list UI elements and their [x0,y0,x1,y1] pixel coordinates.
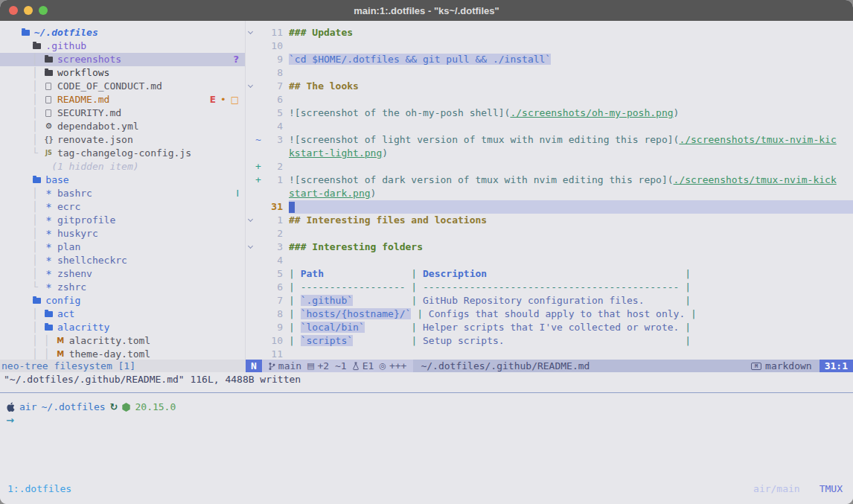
indent-guide: │ │ [0,334,56,348]
editor-line[interactable]: 4 [246,254,853,267]
editor-line[interactable]: 8 [246,66,853,80]
tree-item[interactable]: │ CODE_OF_CONDUCT.md [0,80,245,93]
tree-item[interactable]: .github [0,39,245,53]
diff-sign [255,187,262,200]
indent-guide: │ [0,200,44,214]
editor-line[interactable]: 5![screenshot of the oh-my-posh shell](.… [246,106,853,120]
tree-item[interactable]: base [0,173,245,187]
editor-line[interactable]: 1## Interesting files and locations [246,214,853,227]
asterisk-icon: * [44,240,54,254]
editor-line[interactable]: 9| `local/bin` | Helper scripts that I'v… [246,321,853,334]
zoom-button[interactable] [39,6,48,15]
tree-item[interactable]: │ workflows [0,66,245,80]
editor-line[interactable]: 8| `hosts/{hostname}/` | Configs that sh… [246,307,853,321]
editor-pane[interactable]: 11### Updates109`cd $HOME/.dotfiles && g… [246,21,853,360]
tree-item[interactable]: │ ⚙dependabot.yml [0,120,245,133]
tree-item[interactable]: │ *gitprofile [0,214,245,227]
tree-item[interactable]: │ *bashrcI [0,187,245,200]
tree-item[interactable]: └ *zshrc [0,281,245,294]
tree-item-label: zshenv [57,267,92,281]
editor-line[interactable]: 2 [246,227,853,240]
nvim-panes: ~/.dotfiles .github │ screenshots? │ wor… [0,21,853,360]
tree-item[interactable]: │ *shellcheckrc [0,254,245,267]
editor-line[interactable]: 5| Path | Description | [246,267,853,281]
editor-line[interactable]: 10 [246,39,853,53]
tree-item[interactable]: │ *ecrc [0,200,245,214]
statusline-extra: ◎+++ [379,360,406,371]
shell-pane[interactable]: air ~/.dotfiles ↻ 20.15.0 → [0,392,853,482]
asterisk-icon: * [44,281,54,294]
line-number: 10 [262,39,283,53]
editor-line[interactable]: 10| `scripts` | Setup scripts. | [246,334,853,348]
prompt-arrow-icon: → [6,414,14,427]
tree-item-label: huskyrc [57,227,98,240]
editor-line[interactable]: 11 [246,348,853,360]
close-button[interactable] [9,6,18,15]
line-text: ### Updates [289,26,853,39]
tmux-window-item[interactable]: 1:.dotfiles [7,483,71,494]
fold-column [246,227,255,240]
tree-item[interactable]: │ *huskyrc [0,227,245,240]
tree-item[interactable]: config [0,294,245,307]
tree-item[interactable]: │ screenshots? [0,53,245,66]
tree-item[interactable]: │ *plan [0,240,245,254]
line-number: 5 [262,267,283,281]
fold-column [246,321,255,334]
fold-column [246,160,255,173]
editor-line[interactable]: start-dark.png) [246,187,853,200]
editor-line[interactable]: 9`cd $HOME/.dotfiles && git pull && ./in… [246,53,853,66]
tree-item[interactable]: (1 hidden item) [0,160,245,173]
line-number: 7 [262,80,283,93]
line-text: ![screenshot of light version of tmux wi… [289,133,853,147]
tree-item-label: config [45,294,80,307]
editor-line[interactable]: 7## The looks [246,80,853,93]
tree-item[interactable]: │ │ Mtheme-day.toml [0,348,245,360]
fold-chevron-icon [247,29,252,34]
editor-line[interactable]: 6 [246,93,853,106]
line-number: 6 [262,93,283,106]
tree-item[interactable]: │ act [0,307,245,321]
diff-sign [255,80,262,93]
neo-tree-panel[interactable]: ~/.dotfiles .github │ screenshots? │ wor… [0,21,246,360]
tree-item[interactable]: │ SECURITY.md [0,106,245,120]
toml-icon: M [56,348,66,360]
indent-guide: │ [0,240,44,254]
tmux-session-label: air/main [753,483,800,494]
line-number: 8 [262,307,283,321]
tree-item-label: ecrc [57,200,80,214]
editor-line[interactable]: kstart-light.png) [246,147,853,160]
editor-line[interactable]: ~3![screenshot of light version of tmux … [246,133,853,147]
tree-item-label: CODE_OF_CONDUCT.md [57,80,162,93]
editor-line[interactable]: 6| ------------------ | ----------------… [246,281,853,294]
git-diff: ▤+2 ~1 [307,360,347,371]
minimize-button[interactable] [24,6,33,15]
tree-item[interactable]: │ README.mdE•□ [0,93,245,106]
editor-line[interactable]: 4 [246,120,853,133]
fold-column [246,281,255,294]
asterisk-icon: * [44,200,54,214]
editor-line[interactable]: 11### Updates [246,26,853,39]
line-number: 9 [262,53,283,66]
tree-item[interactable]: │ *zshenv [0,267,245,281]
editor-line[interactable]: +1![screenshot of dark version of tmux w… [246,173,853,187]
editor-line[interactable]: 31 [246,200,853,214]
tree-item[interactable]: └ JStag-changelog-config.js [0,147,245,160]
tree-item[interactable]: ~/.dotfiles [0,26,245,39]
fold-column [246,120,255,133]
git-branch: main [269,360,301,371]
markdown-icon: M [751,363,761,370]
tree-item[interactable]: │ │ Malacritty.toml [0,334,245,348]
line-text: | `hosts/{hostname}/` | Configs that sho… [289,307,853,321]
diff-sign [255,281,262,294]
tree-item[interactable]: │ alacritty [0,321,245,334]
line-text: | `local/bin` | Helper scripts that I've… [289,321,853,334]
editor-line[interactable]: +2 [246,160,853,173]
file-icon [44,96,54,103]
tree-item-label: base [45,173,68,187]
tree-item-label: ~/.dotfiles [34,26,98,39]
tree-item[interactable]: │ {}renovate.json [0,133,245,147]
editor-line[interactable]: 7| `.github` | GitHub Repository configu… [246,294,853,307]
tree-item-label: README.md [57,93,109,106]
editor-line[interactable]: 3### Interesting folders [246,240,853,254]
target-icon: ◎ [379,361,386,371]
